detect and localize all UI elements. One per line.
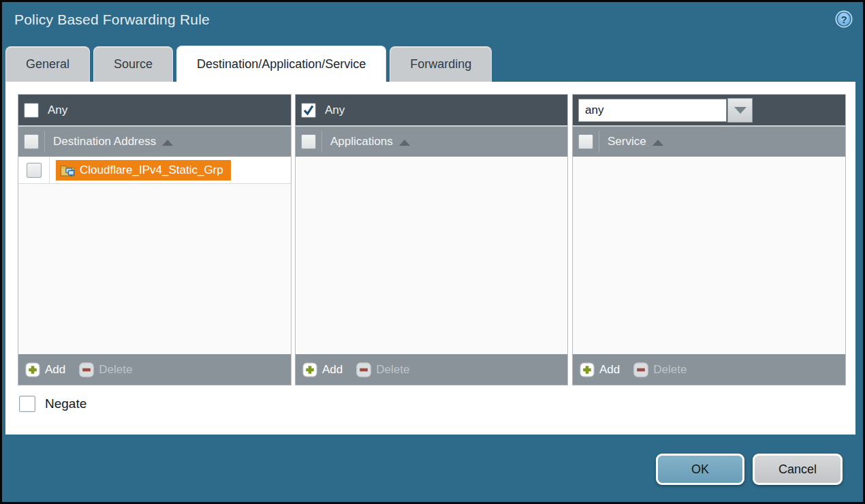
cancel-button[interactable]: Cancel: [753, 454, 843, 485]
destination-address-column: Any Destination Address: [18, 94, 292, 385]
destination-table-header: Destination Address: [18, 125, 291, 157]
destination-any-checkbox[interactable]: [24, 103, 39, 118]
service-any-bar: any: [573, 95, 845, 125]
applications-table-header: Applications: [296, 125, 567, 157]
negate-row: Negate: [19, 396, 86, 412]
minus-icon: [356, 362, 371, 377]
plus-icon: [25, 362, 40, 377]
destination-add-button[interactable]: Add: [25, 362, 65, 377]
destination-header-checkbox[interactable]: [24, 134, 39, 149]
applications-footer: Add Delete: [296, 354, 567, 385]
tab-bar: General Source Destination/Application/S…: [5, 46, 492, 82]
destination-header-label: Destination Address: [53, 135, 156, 148]
applications-add-button[interactable]: Add: [302, 362, 343, 377]
chevron-down-icon: [734, 107, 746, 114]
minus-icon: [79, 362, 94, 377]
negate-checkbox[interactable]: [19, 396, 35, 412]
tab-general[interactable]: General: [5, 46, 90, 82]
header-separator: [321, 131, 322, 153]
dialog-title: Policy Based Forwarding Rule: [14, 12, 210, 28]
service-footer: Add Delete: [573, 354, 845, 385]
delete-label: Delete: [99, 363, 132, 377]
tab-content-panel: Any Destination Address: [5, 82, 855, 435]
destination-any-bar: Any: [18, 95, 291, 125]
policy-based-forwarding-dialog: Policy Based Forwarding Rule ? General S…: [0, 0, 865, 504]
destination-any-label: Any: [48, 104, 67, 117]
service-list: [573, 157, 845, 354]
plus-icon: [302, 362, 317, 377]
applications-sort-header[interactable]: Applications: [330, 135, 410, 148]
service-table-header: Service: [573, 125, 845, 157]
service-dropdown: any: [578, 98, 753, 123]
applications-any-bar: Any: [296, 95, 567, 125]
service-header-label: Service: [608, 135, 646, 148]
applications-any-checkbox[interactable]: [301, 103, 316, 118]
selected-address-group[interactable]: Cloudflare_IPv4_Static_Grp: [56, 160, 231, 180]
row-checkbox[interactable]: [27, 163, 42, 178]
sort-asc-icon: [399, 140, 410, 146]
add-label: Add: [322, 363, 343, 377]
destination-address-sort-header[interactable]: Destination Address: [53, 135, 173, 148]
service-add-button[interactable]: Add: [580, 362, 620, 377]
sort-asc-icon: [652, 140, 663, 146]
add-label: Add: [45, 363, 65, 377]
ok-button[interactable]: OK: [656, 454, 744, 485]
service-column: any Service: [572, 94, 846, 385]
applications-any-label: Any: [325, 104, 345, 117]
delete-label: Delete: [376, 363, 409, 377]
service-header-checkbox[interactable]: [578, 134, 593, 149]
service-sort-header[interactable]: Service: [608, 135, 663, 148]
applications-list: [296, 157, 567, 354]
delete-label: Delete: [653, 363, 687, 377]
negate-label: Negate: [45, 396, 86, 411]
applications-header-checkbox[interactable]: [301, 134, 316, 149]
service-delete-button[interactable]: Delete: [633, 362, 687, 377]
service-dropdown-button[interactable]: [727, 98, 753, 123]
applications-header-label: Applications: [330, 135, 393, 148]
destination-list: Cloudflare_IPv4_Static_Grp: [18, 157, 291, 354]
applications-delete-button[interactable]: Delete: [356, 362, 409, 377]
header-separator: [44, 131, 45, 153]
row-checkbox-cell: [18, 157, 50, 183]
tab-forwarding[interactable]: Forwarding: [390, 46, 492, 82]
applications-column: Any Applications Add: [295, 94, 568, 385]
service-dropdown-value[interactable]: any: [578, 99, 727, 122]
svg-text:?: ?: [840, 14, 847, 25]
address-group-name: Cloudflare_IPv4_Static_Grp: [80, 163, 223, 177]
address-group-icon: [60, 163, 75, 178]
minus-icon: [633, 362, 648, 377]
destination-list-item-row[interactable]: Cloudflare_IPv4_Static_Grp: [18, 157, 291, 184]
tab-source[interactable]: Source: [93, 46, 173, 82]
header-separator: [599, 131, 599, 153]
help-icon[interactable]: ?: [835, 10, 853, 28]
destination-footer: Add Delete: [18, 354, 291, 385]
tab-destination-application-service[interactable]: Destination/Application/Service: [176, 46, 386, 82]
sort-asc-icon: [162, 140, 173, 146]
destination-delete-button[interactable]: Delete: [79, 362, 132, 377]
plus-icon: [580, 362, 595, 377]
add-label: Add: [599, 363, 620, 377]
